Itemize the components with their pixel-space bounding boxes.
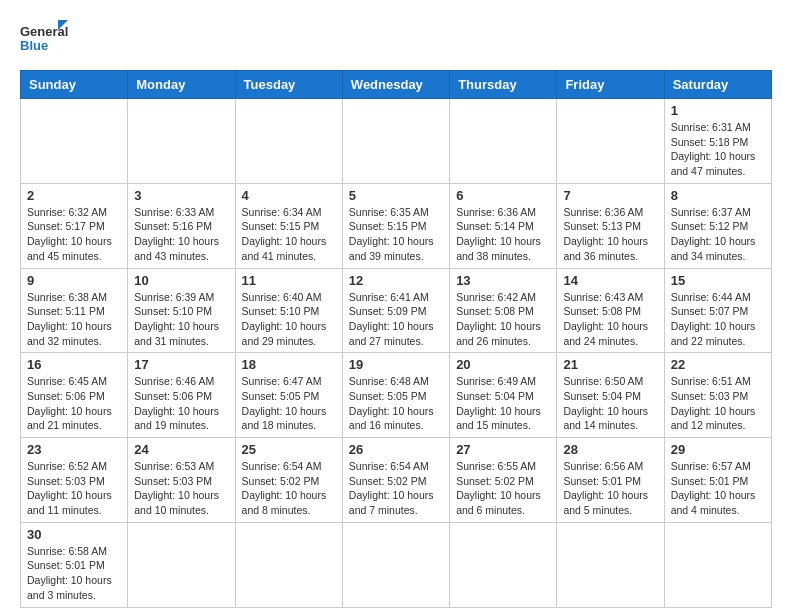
- day-cell: 28Sunrise: 6:56 AM Sunset: 5:01 PM Dayli…: [557, 438, 664, 523]
- weekday-header-sunday: Sunday: [21, 71, 128, 99]
- day-cell: 15Sunrise: 6:44 AM Sunset: 5:07 PM Dayli…: [664, 268, 771, 353]
- day-number: 30: [27, 527, 121, 542]
- day-number: 1: [671, 103, 765, 118]
- day-number: 15: [671, 273, 765, 288]
- day-number: 17: [134, 357, 228, 372]
- day-cell: 9Sunrise: 6:38 AM Sunset: 5:11 PM Daylig…: [21, 268, 128, 353]
- day-info: Sunrise: 6:32 AM Sunset: 5:17 PM Dayligh…: [27, 205, 121, 264]
- weekday-header-tuesday: Tuesday: [235, 71, 342, 99]
- day-info: Sunrise: 6:46 AM Sunset: 5:06 PM Dayligh…: [134, 374, 228, 433]
- day-info: Sunrise: 6:50 AM Sunset: 5:04 PM Dayligh…: [563, 374, 657, 433]
- day-number: 22: [671, 357, 765, 372]
- day-number: 12: [349, 273, 443, 288]
- day-number: 14: [563, 273, 657, 288]
- calendar: SundayMondayTuesdayWednesdayThursdayFrid…: [20, 70, 772, 608]
- day-number: 9: [27, 273, 121, 288]
- day-info: Sunrise: 6:31 AM Sunset: 5:18 PM Dayligh…: [671, 120, 765, 179]
- day-info: Sunrise: 6:48 AM Sunset: 5:05 PM Dayligh…: [349, 374, 443, 433]
- day-info: Sunrise: 6:54 AM Sunset: 5:02 PM Dayligh…: [242, 459, 336, 518]
- day-number: 13: [456, 273, 550, 288]
- day-cell: 1Sunrise: 6:31 AM Sunset: 5:18 PM Daylig…: [664, 99, 771, 184]
- day-cell: [664, 522, 771, 607]
- day-cell: 21Sunrise: 6:50 AM Sunset: 5:04 PM Dayli…: [557, 353, 664, 438]
- day-info: Sunrise: 6:36 AM Sunset: 5:13 PM Dayligh…: [563, 205, 657, 264]
- header: GeneralBlue: [20, 20, 772, 60]
- day-info: Sunrise: 6:47 AM Sunset: 5:05 PM Dayligh…: [242, 374, 336, 433]
- day-cell: 20Sunrise: 6:49 AM Sunset: 5:04 PM Dayli…: [450, 353, 557, 438]
- day-info: Sunrise: 6:55 AM Sunset: 5:02 PM Dayligh…: [456, 459, 550, 518]
- day-info: Sunrise: 6:33 AM Sunset: 5:16 PM Dayligh…: [134, 205, 228, 264]
- logo: GeneralBlue: [20, 20, 70, 60]
- day-number: 10: [134, 273, 228, 288]
- day-number: 11: [242, 273, 336, 288]
- weekday-header-saturday: Saturday: [664, 71, 771, 99]
- day-info: Sunrise: 6:54 AM Sunset: 5:02 PM Dayligh…: [349, 459, 443, 518]
- day-cell: 14Sunrise: 6:43 AM Sunset: 5:08 PM Dayli…: [557, 268, 664, 353]
- day-info: Sunrise: 6:44 AM Sunset: 5:07 PM Dayligh…: [671, 290, 765, 349]
- day-cell: 2Sunrise: 6:32 AM Sunset: 5:17 PM Daylig…: [21, 183, 128, 268]
- day-info: Sunrise: 6:53 AM Sunset: 5:03 PM Dayligh…: [134, 459, 228, 518]
- day-info: Sunrise: 6:52 AM Sunset: 5:03 PM Dayligh…: [27, 459, 121, 518]
- day-info: Sunrise: 6:57 AM Sunset: 5:01 PM Dayligh…: [671, 459, 765, 518]
- week-row-4: 16Sunrise: 6:45 AM Sunset: 5:06 PM Dayli…: [21, 353, 772, 438]
- day-cell: 4Sunrise: 6:34 AM Sunset: 5:15 PM Daylig…: [235, 183, 342, 268]
- day-info: Sunrise: 6:39 AM Sunset: 5:10 PM Dayligh…: [134, 290, 228, 349]
- day-cell: 22Sunrise: 6:51 AM Sunset: 5:03 PM Dayli…: [664, 353, 771, 438]
- day-cell: [21, 99, 128, 184]
- day-cell: [342, 99, 449, 184]
- weekday-header-wednesday: Wednesday: [342, 71, 449, 99]
- day-cell: [235, 99, 342, 184]
- week-row-1: 1Sunrise: 6:31 AM Sunset: 5:18 PM Daylig…: [21, 99, 772, 184]
- day-cell: [557, 99, 664, 184]
- day-number: 4: [242, 188, 336, 203]
- day-info: Sunrise: 6:51 AM Sunset: 5:03 PM Dayligh…: [671, 374, 765, 433]
- day-cell: 8Sunrise: 6:37 AM Sunset: 5:12 PM Daylig…: [664, 183, 771, 268]
- day-cell: 26Sunrise: 6:54 AM Sunset: 5:02 PM Dayli…: [342, 438, 449, 523]
- day-cell: [128, 99, 235, 184]
- day-cell: [128, 522, 235, 607]
- day-number: 23: [27, 442, 121, 457]
- day-info: Sunrise: 6:38 AM Sunset: 5:11 PM Dayligh…: [27, 290, 121, 349]
- day-cell: 7Sunrise: 6:36 AM Sunset: 5:13 PM Daylig…: [557, 183, 664, 268]
- day-cell: 5Sunrise: 6:35 AM Sunset: 5:15 PM Daylig…: [342, 183, 449, 268]
- week-row-5: 23Sunrise: 6:52 AM Sunset: 5:03 PM Dayli…: [21, 438, 772, 523]
- day-info: Sunrise: 6:35 AM Sunset: 5:15 PM Dayligh…: [349, 205, 443, 264]
- day-cell: 18Sunrise: 6:47 AM Sunset: 5:05 PM Dayli…: [235, 353, 342, 438]
- day-number: 7: [563, 188, 657, 203]
- day-cell: 27Sunrise: 6:55 AM Sunset: 5:02 PM Dayli…: [450, 438, 557, 523]
- day-cell: 19Sunrise: 6:48 AM Sunset: 5:05 PM Dayli…: [342, 353, 449, 438]
- weekday-header-monday: Monday: [128, 71, 235, 99]
- day-cell: 6Sunrise: 6:36 AM Sunset: 5:14 PM Daylig…: [450, 183, 557, 268]
- day-info: Sunrise: 6:41 AM Sunset: 5:09 PM Dayligh…: [349, 290, 443, 349]
- day-number: 26: [349, 442, 443, 457]
- day-cell: [235, 522, 342, 607]
- day-cell: 10Sunrise: 6:39 AM Sunset: 5:10 PM Dayli…: [128, 268, 235, 353]
- day-number: 27: [456, 442, 550, 457]
- week-row-6: 30Sunrise: 6:58 AM Sunset: 5:01 PM Dayli…: [21, 522, 772, 607]
- day-number: 6: [456, 188, 550, 203]
- day-number: 3: [134, 188, 228, 203]
- day-cell: 3Sunrise: 6:33 AM Sunset: 5:16 PM Daylig…: [128, 183, 235, 268]
- day-info: Sunrise: 6:43 AM Sunset: 5:08 PM Dayligh…: [563, 290, 657, 349]
- day-info: Sunrise: 6:42 AM Sunset: 5:08 PM Dayligh…: [456, 290, 550, 349]
- day-number: 29: [671, 442, 765, 457]
- day-cell: 25Sunrise: 6:54 AM Sunset: 5:02 PM Dayli…: [235, 438, 342, 523]
- svg-text:Blue: Blue: [20, 38, 48, 53]
- day-cell: 13Sunrise: 6:42 AM Sunset: 5:08 PM Dayli…: [450, 268, 557, 353]
- day-number: 25: [242, 442, 336, 457]
- day-info: Sunrise: 6:45 AM Sunset: 5:06 PM Dayligh…: [27, 374, 121, 433]
- day-info: Sunrise: 6:40 AM Sunset: 5:10 PM Dayligh…: [242, 290, 336, 349]
- day-info: Sunrise: 6:58 AM Sunset: 5:01 PM Dayligh…: [27, 544, 121, 603]
- day-info: Sunrise: 6:36 AM Sunset: 5:14 PM Dayligh…: [456, 205, 550, 264]
- day-cell: 11Sunrise: 6:40 AM Sunset: 5:10 PM Dayli…: [235, 268, 342, 353]
- day-info: Sunrise: 6:34 AM Sunset: 5:15 PM Dayligh…: [242, 205, 336, 264]
- day-number: 16: [27, 357, 121, 372]
- day-number: 24: [134, 442, 228, 457]
- day-cell: 30Sunrise: 6:58 AM Sunset: 5:01 PM Dayli…: [21, 522, 128, 607]
- day-cell: [450, 99, 557, 184]
- day-cell: [342, 522, 449, 607]
- day-cell: 24Sunrise: 6:53 AM Sunset: 5:03 PM Dayli…: [128, 438, 235, 523]
- day-number: 20: [456, 357, 550, 372]
- day-cell: 17Sunrise: 6:46 AM Sunset: 5:06 PM Dayli…: [128, 353, 235, 438]
- day-number: 5: [349, 188, 443, 203]
